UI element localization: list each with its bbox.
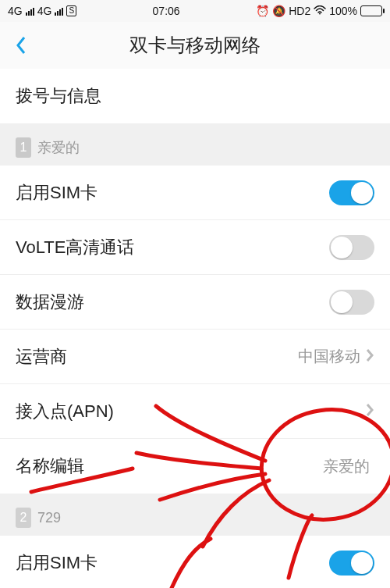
toggle-knob bbox=[331, 291, 353, 313]
toggle-knob bbox=[351, 182, 373, 204]
row-sim1-apn[interactable]: 接入点(APN) bbox=[0, 384, 390, 439]
row-sim1-volte[interactable]: VoLTE高清通话 bbox=[0, 220, 390, 275]
section-header-sim1: 1 亲爱的 bbox=[0, 123, 390, 166]
nav-bar: 双卡与移动网络 bbox=[0, 22, 390, 69]
row-value: 亲爱的 bbox=[323, 456, 370, 477]
sim2-name: 729 bbox=[37, 510, 61, 526]
row-label: 启用SIM卡 bbox=[16, 551, 329, 575]
row-dial-info[interactable]: 拨号与信息 bbox=[0, 69, 390, 123]
battery-percent: 100% bbox=[329, 5, 357, 17]
toggle-sim1-roaming[interactable] bbox=[329, 290, 374, 315]
sim1-badge-icon: 1 bbox=[16, 137, 31, 158]
chevron-right-icon bbox=[365, 347, 374, 366]
signal-bars-2-icon bbox=[55, 6, 63, 16]
group-sim2: 启用SIM卡 bbox=[0, 536, 390, 588]
row-label: 接入点(APN) bbox=[16, 400, 365, 423]
row-sim1-carrier[interactable]: 运营商 中国移动 bbox=[0, 330, 390, 384]
row-label: 拨号与信息 bbox=[16, 84, 374, 108]
page-title: 双卡与移动网络 bbox=[0, 33, 390, 58]
mute-icon: 🔕 bbox=[272, 5, 285, 17]
row-sim1-rename[interactable]: 名称编辑 亲爱的 bbox=[0, 439, 390, 494]
status-time: 07:06 bbox=[76, 5, 256, 17]
alarm-icon: ⏰ bbox=[256, 5, 269, 17]
status-bar: 4G 4G S 07:06 ⏰ 🔕 HD2 100% bbox=[0, 0, 390, 22]
network-label-2: 4G bbox=[37, 5, 52, 17]
row-label: VoLTE高清通话 bbox=[16, 236, 329, 259]
network-label-1: 4G bbox=[8, 5, 23, 17]
group-general: 拨号与信息 bbox=[0, 69, 390, 123]
sim1-name: 亲爱的 bbox=[37, 138, 80, 157]
toggle-sim1-enable[interactable] bbox=[329, 180, 374, 205]
wifi-icon bbox=[314, 5, 326, 17]
sim-card-icon: S bbox=[66, 5, 76, 16]
back-button[interactable] bbox=[9, 34, 33, 57]
row-label: 启用SIM卡 bbox=[16, 181, 329, 205]
status-right: ⏰ 🔕 HD2 100% bbox=[256, 5, 382, 17]
signal-bars-1-icon bbox=[26, 6, 34, 16]
svg-point-0 bbox=[319, 13, 321, 15]
toggle-knob bbox=[351, 552, 373, 574]
toggle-sim2-enable[interactable] bbox=[329, 551, 374, 576]
row-sim2-enable[interactable]: 启用SIM卡 bbox=[0, 536, 390, 588]
sim2-badge-icon: 2 bbox=[16, 508, 31, 528]
section-header-sim2: 2 729 bbox=[0, 494, 390, 536]
toggle-sim1-volte[interactable] bbox=[329, 235, 374, 260]
group-sim1: 启用SIM卡 VoLTE高清通话 数据漫游 运营商 中国移动 接入点(APN) … bbox=[0, 166, 390, 494]
row-sim1-enable[interactable]: 启用SIM卡 bbox=[0, 166, 390, 220]
chevron-right-icon bbox=[365, 402, 374, 421]
chevron-left-icon bbox=[14, 34, 28, 56]
row-value: 中国移动 bbox=[298, 346, 360, 367]
row-label: 名称编辑 bbox=[16, 454, 323, 478]
toggle-knob bbox=[331, 237, 353, 258]
row-label: 运营商 bbox=[16, 345, 298, 369]
status-left: 4G 4G S bbox=[8, 5, 76, 17]
row-sim1-roaming[interactable]: 数据漫游 bbox=[0, 275, 390, 330]
hd-icon: HD2 bbox=[289, 5, 310, 17]
row-label: 数据漫游 bbox=[16, 290, 329, 314]
battery-icon bbox=[360, 5, 382, 16]
